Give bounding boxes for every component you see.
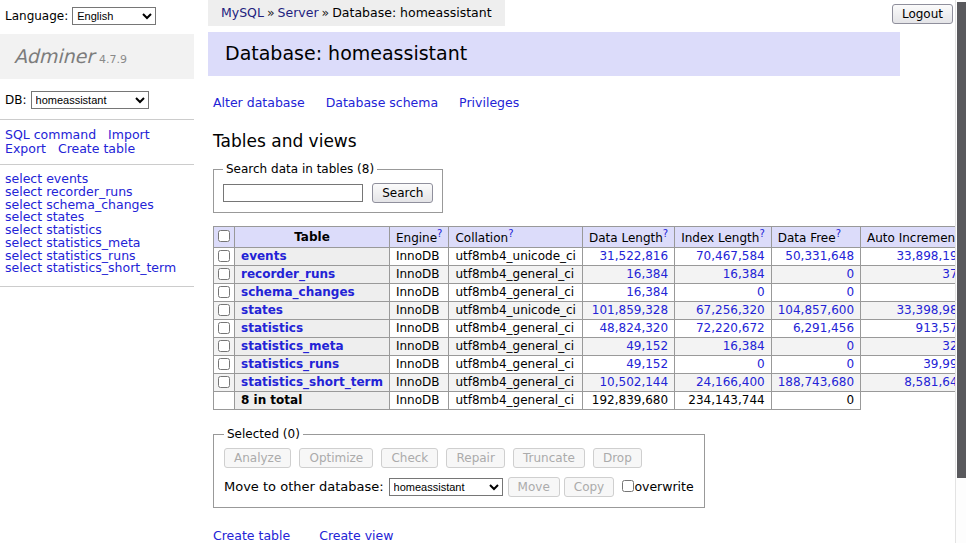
collation-cell: utf8mb4_general_ci bbox=[449, 392, 583, 410]
check-button[interactable]: Check bbox=[381, 448, 438, 468]
scrollbar-thumb[interactable] bbox=[957, 2, 966, 478]
language-row: Language:English bbox=[0, 0, 194, 25]
row-checkbox[interactable] bbox=[218, 268, 230, 280]
analyze-button[interactable]: Analyze bbox=[224, 448, 291, 468]
table-header-row: Table Engine? Collation? Data Length? In… bbox=[214, 227, 966, 248]
app-logo[interactable]: Adminer bbox=[14, 45, 94, 67]
collation-cell: utf8mb4_general_ci bbox=[449, 338, 583, 356]
engine-cell: InnoDB bbox=[389, 392, 448, 410]
table-link[interactable]: statistics_short_term bbox=[46, 260, 176, 275]
data-free-link[interactable]: 0 bbox=[846, 357, 854, 371]
row-checkbox[interactable] bbox=[218, 376, 230, 388]
help-icon[interactable]: ? bbox=[437, 228, 442, 239]
column-header-table: Table bbox=[235, 227, 390, 248]
help-icon[interactable]: ? bbox=[508, 228, 513, 239]
data-length-link[interactable]: 101,859,328 bbox=[592, 303, 668, 317]
index-length-link[interactable]: 16,384 bbox=[723, 339, 765, 353]
table-row: events InnoDB utf8mb4_unicode_ci 31,522,… bbox=[214, 248, 966, 266]
table-name-link[interactable]: events bbox=[241, 249, 287, 263]
overwrite-checkbox[interactable] bbox=[622, 480, 634, 492]
select-all-checkbox[interactable] bbox=[218, 230, 230, 242]
data-length-link[interactable]: 16,384 bbox=[626, 267, 668, 281]
data-length-link[interactable]: 16,384 bbox=[626, 285, 668, 299]
move-button[interactable]: Move bbox=[508, 477, 560, 497]
table-name-link[interactable]: statistics bbox=[241, 321, 303, 335]
index-length-link[interactable]: 0 bbox=[757, 357, 765, 371]
column-header-auto-increment: Auto Increment? bbox=[861, 227, 966, 248]
import-link[interactable]: Import bbox=[108, 127, 150, 142]
data-length-link[interactable]: 31,522,816 bbox=[599, 249, 668, 263]
engine-cell: InnoDB bbox=[389, 356, 448, 374]
engine-cell: InnoDB bbox=[389, 284, 448, 302]
data-free-link[interactable]: 0 bbox=[846, 267, 854, 281]
row-checkbox[interactable] bbox=[218, 286, 230, 298]
table-name-link[interactable]: states bbox=[241, 303, 283, 317]
vertical-scrollbar[interactable] bbox=[955, 0, 966, 543]
help-icon[interactable]: ? bbox=[759, 228, 764, 239]
data-free-link[interactable]: 188,743,680 bbox=[778, 375, 854, 389]
data-free-link[interactable]: 104,857,600 bbox=[778, 303, 854, 317]
index-length-link[interactable]: 24,166,400 bbox=[696, 375, 765, 389]
table-name-link[interactable]: statistics_short_term bbox=[241, 375, 383, 389]
tables-overview-table: Table Engine? Collation? Data Length? In… bbox=[213, 226, 966, 410]
help-icon[interactable]: ? bbox=[663, 228, 668, 239]
create-view-link[interactable]: Create view bbox=[319, 528, 393, 543]
page-title: Database: homeassistant bbox=[208, 32, 900, 76]
index-length-link[interactable]: 67,256,320 bbox=[696, 303, 765, 317]
row-checkbox[interactable] bbox=[218, 340, 230, 352]
breadcrumb-separator: » bbox=[322, 5, 330, 20]
index-length-link[interactable]: 16,384 bbox=[723, 267, 765, 281]
export-link[interactable]: Export bbox=[5, 141, 46, 156]
create-table-link[interactable]: Create table bbox=[213, 528, 290, 543]
table-name-link[interactable]: schema_changes bbox=[241, 285, 355, 299]
data-free-link[interactable]: 0 bbox=[846, 285, 854, 299]
row-checkbox[interactable] bbox=[218, 358, 230, 370]
select-link[interactable]: select bbox=[5, 260, 42, 275]
row-checkbox[interactable] bbox=[218, 322, 230, 334]
logout-button[interactable]: Logout bbox=[892, 4, 953, 24]
help-icon[interactable]: ? bbox=[836, 228, 841, 239]
language-select[interactable]: English bbox=[72, 7, 156, 25]
move-database-select[interactable]: homeassistant bbox=[389, 478, 503, 496]
database-schema-link[interactable]: Database schema bbox=[326, 95, 438, 110]
db-select-row: DB:homeassistant bbox=[0, 79, 194, 119]
total-index-length: 234,143,744 bbox=[675, 392, 772, 410]
privileges-link[interactable]: Privileges bbox=[459, 95, 519, 110]
collation-cell: utf8mb4_general_ci bbox=[449, 266, 583, 284]
breadcrumb-mysql-link[interactable]: MySQL bbox=[221, 5, 264, 20]
data-free-link[interactable]: 50,331,648 bbox=[785, 249, 854, 263]
collation-cell: utf8mb4_general_ci bbox=[449, 320, 583, 338]
tables-and-views-heading: Tables and views bbox=[213, 131, 900, 151]
row-checkbox[interactable] bbox=[218, 250, 230, 262]
table-row: statistics_short_term InnoDB utf8mb4_gen… bbox=[214, 374, 966, 392]
create-table-link-sidebar[interactable]: Create table bbox=[58, 141, 135, 156]
data-length-link[interactable]: 10,502,144 bbox=[599, 375, 668, 389]
copy-button[interactable]: Copy bbox=[564, 477, 614, 497]
alter-database-link[interactable]: Alter database bbox=[213, 95, 305, 110]
breadcrumb-server-link[interactable]: Server bbox=[278, 5, 319, 20]
breadcrumb-separator: » bbox=[267, 5, 275, 20]
index-length-link[interactable]: 70,467,584 bbox=[696, 249, 765, 263]
table-name-link[interactable]: statistics_meta bbox=[241, 339, 344, 353]
optimize-button[interactable]: Optimize bbox=[299, 448, 373, 468]
table-name-link[interactable]: statistics_runs bbox=[241, 357, 339, 371]
db-select[interactable]: homeassistant bbox=[31, 91, 149, 109]
language-label: Language: bbox=[5, 9, 68, 23]
total-data-length: 192,839,680 bbox=[582, 392, 674, 410]
search-input[interactable] bbox=[223, 184, 363, 202]
drop-button[interactable]: Drop bbox=[593, 448, 642, 468]
sql-command-link[interactable]: SQL command bbox=[5, 127, 96, 142]
data-free-link[interactable]: 6,291,456 bbox=[793, 321, 854, 335]
row-checkbox[interactable] bbox=[218, 304, 230, 316]
truncate-button[interactable]: Truncate bbox=[513, 448, 585, 468]
data-length-link[interactable]: 48,824,320 bbox=[599, 321, 668, 335]
index-length-link[interactable]: 72,220,672 bbox=[696, 321, 765, 335]
search-button[interactable]: Search bbox=[372, 183, 433, 203]
index-length-link[interactable]: 0 bbox=[757, 285, 765, 299]
table-name-link[interactable]: recorder_runs bbox=[241, 267, 335, 281]
data-length-link[interactable]: 49,152 bbox=[626, 339, 668, 353]
repair-button[interactable]: Repair bbox=[446, 448, 504, 468]
data-length-link[interactable]: 49,152 bbox=[626, 357, 668, 371]
sidebar-divider bbox=[0, 286, 194, 287]
data-free-link[interactable]: 0 bbox=[846, 339, 854, 353]
